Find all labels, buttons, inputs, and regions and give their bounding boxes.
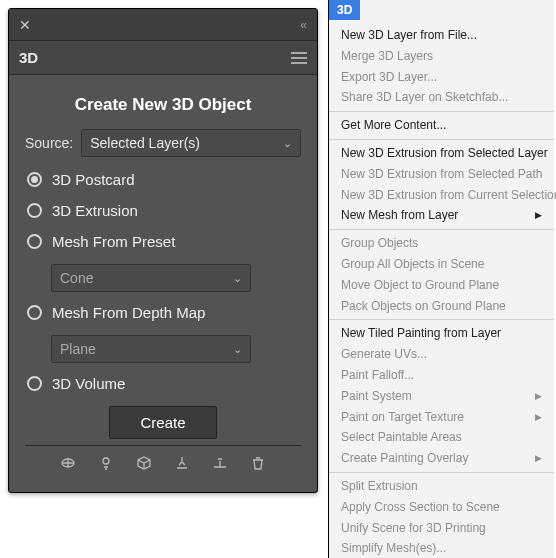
menu-item[interactable]: New Mesh from Layer▶ xyxy=(329,205,554,226)
menu-item-label: New 3D Extrusion from Selected Path xyxy=(341,166,542,183)
chevron-down-icon: ⌄ xyxy=(233,343,242,356)
panel-tabbar: ✕ « xyxy=(9,9,317,41)
3d-panel: ✕ « 3D Create New 3D Object Source: Sele… xyxy=(8,8,318,493)
menu-item: Split Extrusion xyxy=(329,476,554,497)
menu-item: Unify Scene for 3D Printing xyxy=(329,518,554,539)
radio-postcard[interactable] xyxy=(27,172,42,187)
menu-item[interactable]: New 3D Layer from File... xyxy=(329,25,554,46)
menu-item: Apply Cross Section to Scene xyxy=(329,497,554,518)
menu-title: 3D xyxy=(329,0,360,20)
chevron-down-icon: ⌄ xyxy=(283,137,292,150)
material-icon[interactable] xyxy=(134,454,154,472)
menu-item: Generate UVs... xyxy=(329,344,554,365)
source-value: Selected Layer(s) xyxy=(90,135,200,151)
menu-body: New 3D Layer from File...Merge 3D Layers… xyxy=(329,20,554,558)
submenu-arrow-icon: ▶ xyxy=(535,390,542,403)
svg-point-1 xyxy=(103,458,109,464)
create-button[interactable]: Create xyxy=(109,406,216,439)
menu-item: Group Objects xyxy=(329,233,554,254)
menu-group: Split ExtrusionApply Cross Section to Sc… xyxy=(329,473,554,558)
source-label: Source: xyxy=(25,135,73,151)
menu-item-label: Create Painting Overlay xyxy=(341,450,468,467)
submenu-arrow-icon: ▶ xyxy=(535,452,542,465)
menu-item-label: New Tiled Painting from Layer xyxy=(341,325,501,342)
menu-item[interactable]: New Tiled Painting from Layer xyxy=(329,323,554,344)
menu-item: Paint on Target Texture▶ xyxy=(329,407,554,428)
scene-icon[interactable] xyxy=(58,454,78,472)
menu-item-label: Unify Scene for 3D Printing xyxy=(341,520,486,537)
radio-mesh-depth[interactable] xyxy=(27,305,42,320)
radio-mesh-preset-label: Mesh From Preset xyxy=(52,233,175,250)
menu-item: New 3D Extrusion from Selected Path xyxy=(329,164,554,185)
panel-form: Create New 3D Object Source: Selected La… xyxy=(9,75,317,492)
menu-item: Group All Objects in Scene xyxy=(329,254,554,275)
chevron-down-icon: ⌄ xyxy=(233,272,242,285)
menu-item-label: New Mesh from Layer xyxy=(341,207,458,224)
radio-mesh-preset[interactable] xyxy=(27,234,42,249)
menu-item-label: Paint System xyxy=(341,388,412,405)
radio-volume[interactable] xyxy=(27,376,42,391)
preset-select[interactable]: Cone ⌄ xyxy=(51,264,251,292)
menu-item-label: New 3D Layer from File... xyxy=(341,27,477,44)
collapse-icon[interactable]: « xyxy=(296,16,311,34)
camera-icon[interactable] xyxy=(210,454,230,472)
close-icon[interactable]: ✕ xyxy=(15,15,35,35)
menu-item-label: Pack Objects on Ground Plane xyxy=(341,298,506,315)
trash-icon[interactable] xyxy=(248,454,268,472)
panel-iconbar xyxy=(25,445,301,482)
menu-item-label: Generate UVs... xyxy=(341,346,427,363)
menu-item-label: Select Paintable Areas xyxy=(341,429,462,446)
menu-item: Paint Falloff... xyxy=(329,365,554,386)
source-select[interactable]: Selected Layer(s) ⌄ xyxy=(81,129,301,157)
section-title: Create New 3D Object xyxy=(25,95,301,115)
menu-item: New 3D Extrusion from Current Selection xyxy=(329,185,554,206)
menu-item-label: Share 3D Layer on Sketchfab... xyxy=(341,89,508,106)
menu-item-label: Move Object to Ground Plane xyxy=(341,277,499,294)
radio-extrusion-label: 3D Extrusion xyxy=(52,202,138,219)
menu-item-label: Get More Content... xyxy=(341,117,446,134)
menu-item: Paint System▶ xyxy=(329,386,554,407)
menu-group: Group ObjectsGroup All Objects in SceneM… xyxy=(329,230,554,320)
menu-item: Export 3D Layer... xyxy=(329,67,554,88)
radio-volume-label: 3D Volume xyxy=(52,375,125,392)
menu-group: New 3D Layer from File...Merge 3D Layers… xyxy=(329,22,554,112)
menu-item-label: Paint on Target Texture xyxy=(341,409,464,426)
submenu-arrow-icon: ▶ xyxy=(535,411,542,424)
menu-item: Simplify Mesh(es)... xyxy=(329,538,554,558)
menu-group: New 3D Extrusion from Selected LayerNew … xyxy=(329,140,554,230)
panel-title: 3D xyxy=(19,49,38,66)
menu-item-label: Group Objects xyxy=(341,235,418,252)
menu-item-label: Split Extrusion xyxy=(341,478,418,495)
submenu-arrow-icon: ▶ xyxy=(535,209,542,222)
menu-item: Select Paintable Areas xyxy=(329,427,554,448)
menu-item: Create Painting Overlay▶ xyxy=(329,448,554,469)
menu-group: New Tiled Painting from LayerGenerate UV… xyxy=(329,320,554,473)
menu-item: Merge 3D Layers xyxy=(329,46,554,67)
menu-item-label: New 3D Extrusion from Current Selection xyxy=(341,187,556,204)
menu-item: Pack Objects on Ground Plane xyxy=(329,296,554,317)
menu-item-label: Group All Objects in Scene xyxy=(341,256,484,273)
menu-group: Get More Content... xyxy=(329,112,554,140)
menu-item[interactable]: Get More Content... xyxy=(329,115,554,136)
menu-item-label: Merge 3D Layers xyxy=(341,48,433,65)
radio-postcard-label: 3D Postcard xyxy=(52,171,135,188)
light-icon[interactable] xyxy=(96,454,116,472)
radio-mesh-depth-label: Mesh From Depth Map xyxy=(52,304,205,321)
menu-item-label: New 3D Extrusion from Selected Layer xyxy=(341,145,548,162)
panel-menu-icon[interactable] xyxy=(291,52,307,64)
menu-item[interactable]: New 3D Extrusion from Selected Layer xyxy=(329,143,554,164)
menu-item: Share 3D Layer on Sketchfab... xyxy=(329,87,554,108)
depth-select[interactable]: Plane ⌄ xyxy=(51,335,251,363)
preset-value: Cone xyxy=(60,270,93,286)
menu-item-label: Export 3D Layer... xyxy=(341,69,437,86)
panel-header: 3D xyxy=(9,41,317,75)
menu-item-label: Simplify Mesh(es)... xyxy=(341,540,446,557)
3d-menu: 3D New 3D Layer from File...Merge 3D Lay… xyxy=(328,0,554,558)
menu-item-label: Paint Falloff... xyxy=(341,367,414,384)
menu-item: Move Object to Ground Plane xyxy=(329,275,554,296)
depth-value: Plane xyxy=(60,341,96,357)
mesh-icon[interactable] xyxy=(172,454,192,472)
radio-extrusion[interactable] xyxy=(27,203,42,218)
menu-item-label: Apply Cross Section to Scene xyxy=(341,499,500,516)
